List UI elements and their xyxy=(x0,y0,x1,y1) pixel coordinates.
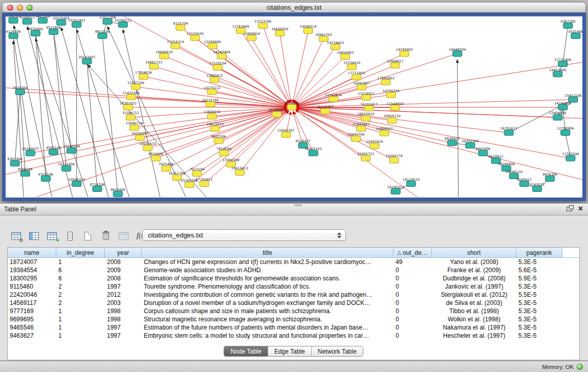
cell-name[interactable]: 9465546 xyxy=(8,323,56,332)
edge[interactable] xyxy=(61,28,108,197)
minimize-window-button[interactable] xyxy=(17,5,23,11)
graph-node-yellow[interactable] xyxy=(386,92,396,98)
graph-node-yellow[interactable] xyxy=(247,35,256,40)
cell-out_degree[interactable]: 0 xyxy=(394,282,432,291)
graph-node-teal[interactable] xyxy=(49,29,58,34)
graph-node-yellow[interactable] xyxy=(331,44,340,50)
graph-node-teal[interactable] xyxy=(20,171,30,177)
cell-pagerank[interactable]: 5.6E-5 xyxy=(516,266,562,274)
cell-in_degree[interactable]: 6 xyxy=(56,274,105,282)
close-window-button[interactable] xyxy=(7,5,13,11)
cell-out_degree[interactable]: 0 xyxy=(394,332,432,340)
cell-name[interactable]: 9115460 xyxy=(8,282,56,291)
graph-node-yellow[interactable] xyxy=(200,181,209,187)
cell-pagerank[interactable]: 5.9E-5 xyxy=(516,274,562,282)
graph-node-yellow[interactable] xyxy=(361,156,371,161)
graph-node-yellow[interactable] xyxy=(126,115,135,120)
graph-node-yellow[interactable] xyxy=(131,84,140,90)
cell-short[interactable]: de Silva et al. (2003) xyxy=(432,299,516,307)
graph-node-yellow[interactable] xyxy=(390,105,400,111)
table-row[interactable]: 1830029562008Estimation of significance … xyxy=(8,274,579,282)
cell-short[interactable]: Dudbridge et al. (2008) xyxy=(432,274,516,282)
graph-node-yellow[interactable] xyxy=(364,105,374,111)
table-row[interactable]: 946362711997Embryonic stem cells: a mode… xyxy=(8,332,579,340)
edge[interactable] xyxy=(295,67,352,105)
cell-name[interactable]: 18300295 xyxy=(8,274,56,282)
cell-short[interactable]: Tibbo et al. (1998) xyxy=(432,307,516,315)
graph-node-yellow[interactable] xyxy=(352,136,361,142)
graph-node-teal[interactable] xyxy=(118,21,127,27)
cell-short[interactable]: Hescheler et al. (1997) xyxy=(432,332,516,340)
cell-name[interactable]: 18724007 xyxy=(8,258,56,266)
graph-node-teal[interactable] xyxy=(93,186,102,192)
cell-short[interactable]: Jankovic et al. (1997) xyxy=(432,282,516,291)
cell-year[interactable]: 2012 xyxy=(105,291,142,299)
tab-network-table[interactable]: Network Table xyxy=(311,346,363,356)
graph-node-yellow[interactable] xyxy=(219,150,228,156)
cell-name[interactable]: 9777169 xyxy=(8,307,56,315)
column-header-short[interactable]: short xyxy=(432,248,516,258)
graph-node-teal[interactable] xyxy=(15,89,25,95)
graph-node-yellow[interactable] xyxy=(217,53,226,59)
cell-pagerank[interactable]: 5.5E-5 xyxy=(516,291,562,299)
graph-node-yellow[interactable] xyxy=(361,116,371,121)
graph-node-yellow[interactable] xyxy=(139,74,148,79)
memory-ok-icon[interactable] xyxy=(577,364,583,370)
cell-year[interactable]: 1998 xyxy=(105,315,142,323)
cell-title[interactable]: Genome-wide association studies in ADHD. xyxy=(142,266,394,274)
cell-in_degree[interactable]: 2 xyxy=(56,282,105,291)
graph-node-teal[interactable] xyxy=(546,176,555,182)
graph-node-yellow[interactable] xyxy=(281,132,291,138)
cell-in_degree[interactable]: 1 xyxy=(56,307,105,315)
graph-node-yellow[interactable] xyxy=(149,63,158,69)
cell-year[interactable]: 1997 xyxy=(105,282,142,291)
table-row[interactable]: 977716911998Corpus callosum shape and si… xyxy=(8,307,579,315)
graph-node-teal[interactable] xyxy=(41,176,50,182)
cell-year[interactable]: 1997 xyxy=(105,332,142,340)
row-options-button[interactable] xyxy=(62,229,78,243)
graph-node-yellow[interactable] xyxy=(213,64,222,70)
graph-node-yellow[interactable] xyxy=(162,166,171,171)
graph-node-teal[interactable] xyxy=(532,186,541,192)
close-panel-icon[interactable]: × xyxy=(578,205,583,212)
graph-node-teal[interactable] xyxy=(504,130,513,136)
edge[interactable] xyxy=(296,54,458,106)
graph-node-teal[interactable] xyxy=(309,150,318,156)
graph-node-yellow[interactable] xyxy=(208,43,217,49)
graph-node-yellow[interactable] xyxy=(258,23,268,28)
graph-node-yellow[interactable] xyxy=(329,96,338,102)
graph-node-yellow[interactable] xyxy=(207,114,216,119)
cell-title[interactable]: Estimation of the future numbers of pati… xyxy=(142,323,394,332)
table-row[interactable]: 946554611997Estimation of the future num… xyxy=(8,323,579,332)
cell-pagerank[interactable]: 5.3E-5 xyxy=(516,315,562,323)
graph-node-teal[interactable] xyxy=(72,181,81,187)
cell-pagerank[interactable]: 5.3E-5 xyxy=(516,258,562,266)
graph-node-yellow[interactable] xyxy=(135,135,144,141)
graph-node-teal[interactable] xyxy=(82,58,92,64)
graph-node-teal[interactable] xyxy=(67,148,76,154)
graph-node-yellow[interactable] xyxy=(185,182,194,188)
edge[interactable] xyxy=(88,65,206,197)
cell-year[interactable]: 2003 xyxy=(105,299,142,307)
table-combobox[interactable]: citations_edges.txt xyxy=(142,229,346,241)
graph-node-yellow[interactable] xyxy=(192,171,202,177)
float-panel-icon[interactable] xyxy=(567,207,572,211)
tab-edge-table[interactable]: Edge Table xyxy=(268,346,311,356)
column-header-title[interactable]: title xyxy=(142,248,394,258)
zoom-window-button[interactable] xyxy=(27,5,33,11)
graph-node-yellow[interactable] xyxy=(380,130,389,136)
table-row[interactable]: 911546021997Tourette syndrome. Phenomeno… xyxy=(8,282,579,291)
cell-short[interactable]: Wolkin et al. (1998) xyxy=(432,315,516,323)
cell-in_degree[interactable]: 1 xyxy=(56,315,105,323)
cell-out_degree[interactable]: 0 xyxy=(394,299,432,307)
cell-year[interactable]: 2009 xyxy=(105,266,142,274)
graph-node-yellow[interactable] xyxy=(275,30,285,36)
network-canvas[interactable]: 7894306930641294251061053560510202403912… xyxy=(6,16,582,198)
edge[interactable] xyxy=(154,67,288,106)
delete-table-button[interactable] xyxy=(116,229,132,243)
edge[interactable] xyxy=(35,33,46,179)
cell-pagerank[interactable]: 5.3E-5 xyxy=(516,332,562,340)
cell-title[interactable]: Corpus callosum shape and size in male p… xyxy=(142,307,394,315)
graph-node-teal[interactable] xyxy=(566,156,575,161)
graph-node-teal[interactable] xyxy=(10,161,19,166)
